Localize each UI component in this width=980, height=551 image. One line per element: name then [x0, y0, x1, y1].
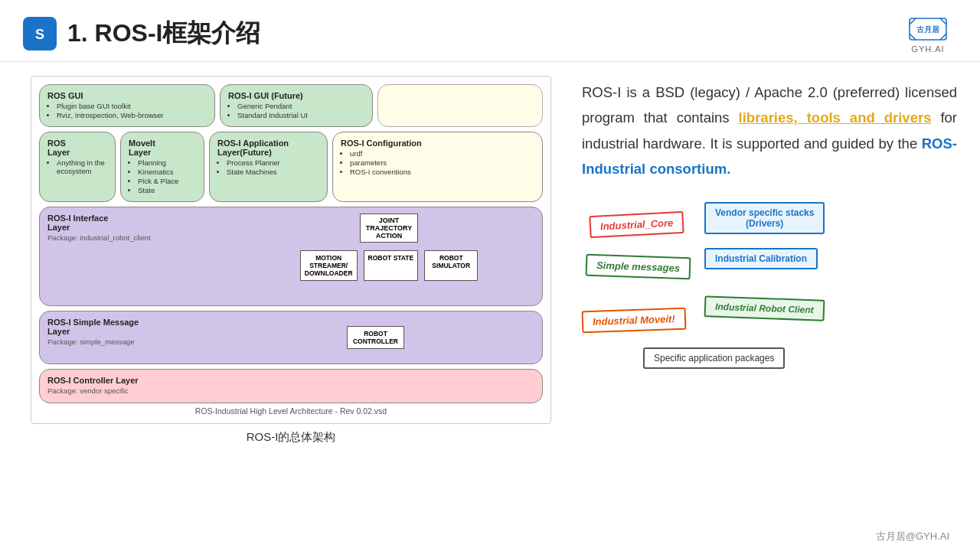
brand-logo: 古月居 GYH.AI: [906, 14, 949, 54]
diagram-label: ROS-I的总体架构: [247, 430, 336, 445]
controller-subtitle: Package: vendor specific: [47, 386, 534, 395]
desc-highlight1: libraries, tools and drivers: [739, 109, 932, 126]
rosi-gui-item1: Generic Pendant: [237, 102, 364, 110]
arch-diagram: ROS GUI Plugin base GUI toolkit Rviz, In…: [39, 84, 543, 403]
box-rosi-config: ROS-I Configuration urdf parameters ROS-…: [332, 132, 543, 202]
row-interface: ROS-I InterfaceLayer Package: industrial…: [39, 207, 543, 306]
moveit-title: MoveItLayer: [129, 139, 196, 157]
page-title: 1. ROS-I框架介绍: [67, 17, 260, 51]
stickers-area: Industrial_Core Vendor specific stacks(D…: [582, 198, 957, 374]
simple-title: ROS-I Simple MessageLayer: [47, 318, 185, 336]
robot-controller-box: ROBOTCONTROLLER: [347, 326, 404, 349]
svg-text:S: S: [35, 27, 44, 42]
rosi-gui-title: ROS-I GUI (Future): [228, 91, 364, 100]
box-moveit: MoveItLayer Planning Kinematics Pick & P…: [120, 132, 204, 202]
rosi-gui-item2: Standard Industrial UI: [237, 111, 364, 119]
sticker-industrial-robot: Industrial Robot Client: [704, 295, 825, 321]
robot-state-box: ROBOT STATE: [364, 250, 419, 281]
moveit-list: Planning Kinematics Pick & Place State: [129, 158, 196, 194]
footer: 古月居@GYH.AI: [876, 530, 949, 543]
robot-sim-box: ROBOTSIMULATOR: [424, 250, 478, 281]
ros-layer-list: Anything in the ecosystem: [47, 158, 107, 175]
sticker-industrial-moveit: Industrial Moveit!: [582, 308, 687, 334]
text-section: ROS-I is a BSD (legacy) / Apache 2.0 (pr…: [582, 76, 957, 551]
row-controller: ROS-I Controller Layer Package: vendor s…: [39, 369, 543, 403]
interface-boxes: JOINTTRAJECTORYACTION MOTIONSTREAMER/DOW…: [243, 214, 534, 281]
row-top: ROS GUI Plugin base GUI toolkit Rviz, In…: [39, 84, 543, 127]
diagram-box: ROS GUI Plugin base GUI toolkit Rviz, In…: [31, 76, 551, 424]
box-rosi-gui: ROS-I GUI (Future) Generic Pendant Stand…: [220, 84, 373, 127]
simple-subtitle: Package: simple_message: [47, 337, 185, 346]
rosi-config-title: ROS-I Configuration: [341, 139, 534, 148]
ros-layer-title: ROSLayer: [47, 139, 107, 157]
box-ros-gui: ROS GUI Plugin base GUI toolkit Rviz, In…: [39, 84, 215, 127]
ros-layer-item1: Anything in the ecosystem: [57, 158, 107, 175]
sticker-specific-app: Specific application packages: [643, 347, 785, 369]
ros-gui-item2: Rviz, Introspection, Web-browser: [57, 111, 207, 119]
interface-title: ROS-I InterfaceLayer: [47, 214, 151, 232]
main-content: ROS GUI Plugin base GUI toolkit Rviz, In…: [0, 62, 980, 551]
rosi-app-list: Process Planner State Machines: [217, 158, 319, 176]
ros-gui-item1: Plugin base GUI toolkit: [57, 102, 207, 110]
footer-text: 古月居@GYH.AI: [876, 530, 949, 542]
sticker-simple-messages: Simple messages: [586, 254, 691, 280]
box-ros-layer: ROSLayer Anything in the ecosystem: [39, 132, 116, 202]
joint-traj-box: JOINTTRAJECTORYACTION: [360, 214, 419, 243]
diagram-section: ROS GUI Plugin base GUI toolkit Rviz, In…: [23, 76, 559, 551]
controller-title: ROS-I Controller Layer: [47, 376, 534, 385]
sticker-industrial-calib: Industrial Calibration: [704, 248, 818, 269]
ros-gui-title: ROS GUI: [47, 91, 207, 100]
interface-subtitle: Package: industrial_robot_client: [47, 233, 151, 242]
row-simple: ROS-I Simple MessageLayer Package: simpl…: [39, 311, 543, 364]
sticker-industrial-core: Industrial_Core: [589, 211, 684, 238]
rosi-gui-list: Generic Pendant Standard Industrial UI: [228, 102, 364, 119]
diagram-caption: ROS-Industrial High Level Architecture -…: [39, 406, 543, 416]
box-rosi-app: ROS-I ApplicationLayer(Future) Process P…: [209, 132, 328, 202]
header-left: S 1. ROS-I框架介绍: [23, 17, 260, 51]
box-yellow-top: [377, 84, 543, 127]
brand-icon: 古月居: [906, 14, 949, 44]
svg-text:古月居: 古月居: [916, 25, 940, 34]
row-middle: ROSLayer Anything in the ecosystem MoveI…: [39, 132, 543, 202]
motion-box: MOTIONSTREAMER/DOWNLOADER: [300, 250, 358, 281]
rosi-config-list: urdf parameters ROS-I conventions: [341, 149, 534, 176]
ros-gui-list: Plugin base GUI toolkit Rviz, Introspect…: [47, 102, 207, 119]
simple-left: ROS-I Simple MessageLayer Package: simpl…: [47, 318, 185, 347]
ros-logo-icon: S: [23, 17, 57, 51]
description-text: ROS-I is a BSD (legacy) / Apache 2.0 (pr…: [582, 80, 957, 181]
interface-left: ROS-I InterfaceLayer Package: industrial…: [47, 214, 151, 243]
sticker-vendor: Vendor specific stacks(Drivers): [704, 202, 825, 234]
header: S 1. ROS-I框架介绍 古月居 GYH.AI: [0, 0, 980, 62]
brand-text: GYH.AI: [911, 44, 944, 54]
small-boxes-row: MOTIONSTREAMER/DOWNLOADER ROBOT STATE RO…: [300, 250, 478, 281]
rosi-app-title: ROS-I ApplicationLayer(Future): [217, 139, 319, 157]
